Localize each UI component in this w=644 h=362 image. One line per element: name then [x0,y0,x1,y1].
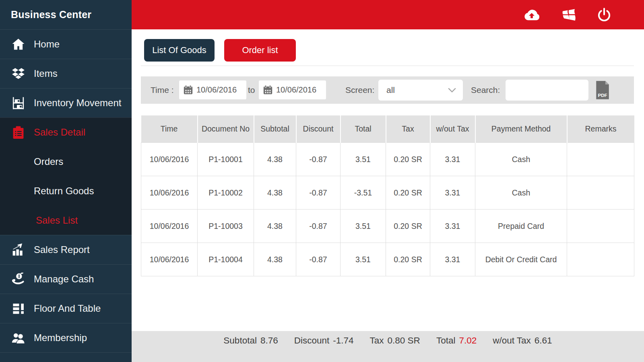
table-cell: 4.38 [254,143,296,176]
table-cell: -0.87 [296,210,341,243]
summary-subtotal: Subtotal8.76 [223,335,278,346]
sales-table: TimeDocument NoSubtotalDiscountTotalTaxw… [141,115,634,276]
table-cell: Cash [475,176,567,210]
table-cell: Debit Or Credit Card [475,243,567,276]
chevron-down-icon [447,85,457,95]
table-cell: P1-10003 [198,210,254,243]
membership-icon [11,331,26,346]
topbar [132,0,644,29]
sidebar-item-label: Sales Report [34,244,90,255]
table-cell: 3.31 [430,210,475,243]
table-cell: 3.31 [430,143,475,176]
table-cell: P1-10001 [198,143,254,176]
power-icon[interactable] [597,7,612,23]
screen-select[interactable]: all [378,80,463,101]
sidebar-item-manage-cash[interactable]: Manage Cash [0,264,132,294]
time-label: Time : [151,76,174,104]
table-row[interactable]: 10/06/2016P1-100014.38-0.873.510.20 SR3.… [141,143,634,176]
search-input[interactable] [506,80,588,101]
sidebar-item-return-goods[interactable]: Return Goods [0,176,132,206]
sidebar-item-label: Sales Detail [34,127,85,138]
tab-order-list[interactable]: Order list [224,39,296,62]
sidebar-item-label: Floor And Table [34,303,101,314]
table-cell: -0.87 [296,176,341,210]
sidebar: Business Center HomeItemsInventory Movem… [0,0,132,362]
sidebar-item-floor-and-table[interactable]: Floor And Table [0,294,132,323]
to-label: to [248,76,255,104]
date-to-value: 10/06/2016 [276,85,316,95]
home-icon [11,37,26,52]
date-from-value: 10/06/2016 [196,85,237,95]
table-cell [567,143,634,176]
sidebar-menu: HomeItemsInventory MovementSales DetailO… [0,29,132,362]
column-header: w/out Tax [430,115,475,143]
sidebar-item-sales-report[interactable]: Sales Report [0,235,132,264]
table-cell: 3.51 [341,243,386,276]
search-label: Search: [471,76,500,104]
calendar-icon [262,84,273,95]
inventory-movement-icon [11,96,26,111]
sales-detail-icon [11,125,26,140]
table-cell: P1-10002 [198,176,254,210]
calendar-icon [183,84,194,95]
table-cell: 3.51 [341,210,386,243]
sidebar-item-inventory-movement[interactable]: Inventory Movement [0,88,132,117]
sidebar-item-sales-list[interactable]: Sales List [0,206,132,235]
sidebar-item-label: Items [34,68,58,79]
sidebar-item-label: Return Goods [34,185,94,197]
summary-discount: Discount-1.74 [294,335,354,346]
summary-wout-tax: w/out Tax6.61 [493,335,552,346]
sidebar-item-label: Membership [34,332,87,343]
sidebar-item-orders[interactable]: Orders [0,147,132,176]
manage-cash-icon [11,272,26,287]
tab-list-of-goods[interactable]: List Of Goods [144,39,215,62]
table-cell: P1-10004 [198,243,254,276]
screen-select-value: all [386,85,447,95]
date-to-input[interactable]: 10/06/2016 [259,80,326,99]
table-cell: 0.20 SR [386,143,430,176]
table-body: 10/06/2016P1-100014.38-0.873.510.20 SR3.… [141,143,634,276]
column-header: Tax [386,115,430,143]
column-header: Document No [198,115,254,143]
table-cell: Cash [475,143,567,176]
windows-logo-icon[interactable] [561,7,577,23]
svg-text:PDF: PDF [598,93,607,98]
filter-bar: Time : 10/06/2016 to 10/06/2016 Screen: … [141,76,634,104]
cloud-upload-icon[interactable] [522,8,541,22]
table-cell: 0.20 SR [386,210,430,243]
column-header: Discount [296,115,341,143]
summary-total: Total7.02 [436,335,477,346]
pdf-export-icon[interactable]: PDF [594,80,611,100]
column-header: Payment Method [475,115,567,143]
sidebar-item-label: Sales List [36,215,78,226]
screen-label: Screen: [345,76,374,104]
items-icon [11,66,26,81]
table-cell: -3.51 [341,176,386,210]
table-row[interactable]: 10/06/2016P1-100034.38-0.873.510.20 SR3.… [141,210,634,243]
floor-and-table-icon [11,301,26,316]
table-cell: 10/06/2016 [141,176,198,210]
table-row[interactable]: 10/06/2016P1-100024.38-0.87-3.510.20 SR3… [141,176,634,210]
sidebar-item-label: Orders [34,156,63,167]
table-row[interactable]: 10/06/2016P1-100044.38-0.873.510.20 SR3.… [141,243,634,276]
table-cell: 10/06/2016 [141,143,198,176]
sidebar-item-sales-detail[interactable]: Sales Detail [0,117,132,147]
sidebar-item-membership[interactable]: Membership [0,323,132,352]
sidebar-item-items[interactable]: Items [0,59,132,88]
table-cell [567,210,634,243]
table-cell: 10/06/2016 [141,210,198,243]
sidebar-item-home[interactable]: Home [0,29,132,59]
sales-report-icon [11,243,26,257]
column-header: Remarks [567,115,634,143]
date-from-input[interactable]: 10/06/2016 [179,80,246,99]
summary-tax: Tax0.80 SR [370,335,420,346]
table-header-row: TimeDocument NoSubtotalDiscountTotalTaxw… [141,115,634,143]
table-cell: 3.31 [430,243,475,276]
sidebar-item-label: Inventory Movement [34,97,121,109]
table-cell: 3.31 [430,176,475,210]
table-cell: -0.87 [296,143,341,176]
table-cell: Prepaid Card [475,210,567,243]
app-title: Business Center [0,0,132,29]
table-cell: 4.38 [254,210,296,243]
table-cell: 4.38 [254,176,296,210]
